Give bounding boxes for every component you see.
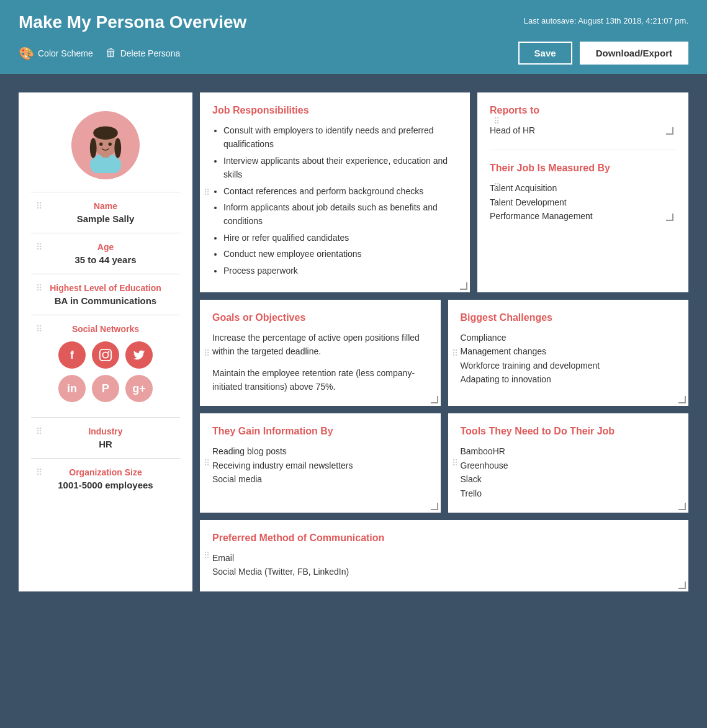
social-icons-row-1: f [31, 341, 180, 369]
goals-content: Increase the percentage of active open p… [212, 331, 428, 394]
resize-handle-reports[interactable] [666, 127, 673, 135]
color-scheme-label: Color Scheme [38, 48, 93, 58]
drag-handle-gain-info: ⠿ [204, 458, 210, 468]
facebook-icon[interactable]: f [58, 341, 86, 369]
industry-value: HR [31, 439, 180, 449]
goals-paragraph2: Maintain the employee retention rate (le… [212, 366, 428, 394]
google-plus-icon[interactable]: g+ [125, 375, 153, 402]
drag-handle-reports: ⠿ [493, 116, 500, 126]
content-area: ⠿ Name Sample Sally ⠿ Age 35 to 44 years… [0, 74, 707, 610]
job-responsibilities-content: Consult with employers to identify needs… [212, 124, 457, 277]
drag-handle-education: ⠿ [36, 283, 42, 293]
industry-section: ⠿ Industry HR [31, 418, 180, 459]
tools-content: BambooHRGreenhouseSlackTrello [461, 444, 677, 500]
challenges-title: Biggest Challenges [461, 312, 677, 323]
drag-handle-job-resp: ⠿ [204, 187, 210, 197]
panels-row-1: ⠿ Job Responsibilities Consult with empl… [200, 92, 688, 292]
drag-handle-org-size: ⠿ [36, 467, 42, 477]
challenges-content: ComplianceManagement changesWorkforce tr… [461, 331, 677, 387]
svg-point-7 [99, 143, 102, 146]
name-label: Name [31, 201, 180, 211]
svg-point-8 [109, 143, 112, 146]
left-panel: ⠿ Name Sample Sally ⠿ Age 35 to 44 years… [19, 92, 192, 591]
svg-point-11 [108, 351, 110, 353]
resize-handle-measured[interactable] [666, 213, 673, 221]
delete-persona-button[interactable]: 🗑 Delete Persona [106, 47, 181, 60]
header: Make My Persona Overview Last autosave: … [0, 0, 707, 74]
list-item: Talent Development [490, 195, 676, 209]
resize-handle-job-resp[interactable] [460, 282, 467, 290]
age-value: 35 to 44 years [31, 254, 180, 265]
trash-icon: 🗑 [106, 47, 117, 60]
gain-info-card: ⠿ They Gain Information By Reading blog … [200, 413, 441, 513]
org-size-section: ⠿ Organization Size 1001-5000 employees [31, 459, 180, 499]
svg-point-4 [93, 126, 118, 140]
svg-point-5 [90, 138, 97, 158]
drag-handle-name: ⠿ [36, 201, 42, 211]
list-item: Contact references and perform backgroun… [223, 184, 457, 198]
pinterest-icon[interactable]: P [92, 375, 119, 402]
list-item: Email [212, 551, 676, 565]
list-item: Hire or refer qualified candidates [223, 231, 457, 245]
twitter-icon[interactable] [125, 341, 153, 369]
age-section: ⠿ Age 35 to 44 years [31, 233, 180, 274]
list-item: Talent Acquisition [490, 181, 676, 195]
drag-handle-tools: ⠿ [452, 458, 458, 468]
color-scheme-button[interactable]: 🎨 Color Scheme [19, 46, 93, 61]
drag-handle-social: ⠿ [36, 324, 42, 334]
list-item: Trello [461, 487, 677, 500]
list-item: Process paperwork [223, 264, 457, 277]
panels-row-4: ⠿ Preferred Method of Communication Emai… [200, 520, 688, 591]
education-section: ⠿ Highest Level of Education BA in Commu… [31, 274, 180, 315]
instagram-icon[interactable] [92, 341, 119, 369]
color-scheme-icon: 🎨 [19, 46, 34, 61]
goals-title: Goals or Objectives [212, 312, 428, 323]
name-value: Sample Sally [31, 213, 180, 224]
tools-title: Tools They Need to Do Their Job [461, 426, 677, 437]
download-button[interactable]: Download/Export [580, 42, 688, 65]
resize-handle-tools[interactable] [678, 503, 686, 510]
avatar-container [31, 105, 180, 192]
education-value: BA in Communications [31, 295, 180, 306]
list-item: Conduct new employee orientations [223, 247, 457, 261]
industry-label: Industry [31, 426, 180, 436]
list-item: Compliance [461, 331, 677, 344]
resize-handle-gain-info[interactable] [431, 503, 438, 510]
gain-info-content: Reading blog postsReceiving industry ema… [212, 444, 428, 486]
age-label: Age [31, 242, 180, 252]
list-item: Inform applicants about job details such… [223, 200, 457, 228]
reports-measured-column: ⠿ Reports to Head of HR ⠿ Their Job Is M… [477, 92, 688, 292]
social-section: ⠿ Social Networks f in P g+ [31, 315, 180, 418]
list-item: Workforce training and development [461, 359, 677, 372]
tools-card: ⠿ Tools They Need to Do Their Job Bamboo… [448, 413, 689, 513]
linkedin-icon[interactable]: in [58, 375, 86, 402]
resize-handle-communication[interactable] [678, 582, 686, 589]
social-icons-row-2: in P g+ [31, 375, 180, 402]
resize-handle-goals[interactable] [431, 396, 438, 403]
drag-handle-goals: ⠿ [204, 348, 210, 358]
drag-handle-measured: ⠿ [493, 182, 500, 192]
challenges-card: ⠿ Biggest Challenges ComplianceManagemen… [448, 300, 689, 407]
panels-row-2: ⠿ Goals or Objectives Increase the perce… [200, 300, 688, 407]
org-size-label: Organization Size [31, 467, 180, 477]
list-item: Slack [461, 472, 677, 486]
job-responsibilities-card: ⠿ Job Responsibilities Consult with empl… [200, 92, 470, 292]
resize-handle-challenges[interactable] [678, 396, 686, 403]
save-button[interactable]: Save [518, 42, 572, 65]
right-panels: ⠿ Job Responsibilities Consult with empl… [200, 92, 688, 591]
drag-handle-communication: ⠿ [204, 550, 210, 560]
list-item: Receiving industry email newsletters [212, 459, 428, 472]
org-size-value: 1001-5000 employees [31, 480, 180, 490]
job-measured-content: Talent AcquisitionTalent DevelopmentPerf… [490, 181, 676, 223]
name-section: ⠿ Name Sample Sally [31, 192, 180, 233]
list-item: Performance Management [490, 209, 676, 223]
education-label: Highest Level of Education [31, 283, 180, 293]
reports-to-title: Reports to [490, 105, 676, 116]
drag-handle-challenges: ⠿ [452, 348, 458, 358]
goals-paragraph1: Increase the percentage of active open p… [212, 331, 428, 359]
list-item: Greenhouse [461, 459, 677, 472]
goals-card: ⠿ Goals or Objectives Increase the perce… [200, 300, 441, 407]
list-item: Social Media (Twitter, FB, LinkedIn) [212, 565, 676, 578]
avatar [71, 111, 140, 179]
drag-handle-industry: ⠿ [36, 426, 42, 436]
